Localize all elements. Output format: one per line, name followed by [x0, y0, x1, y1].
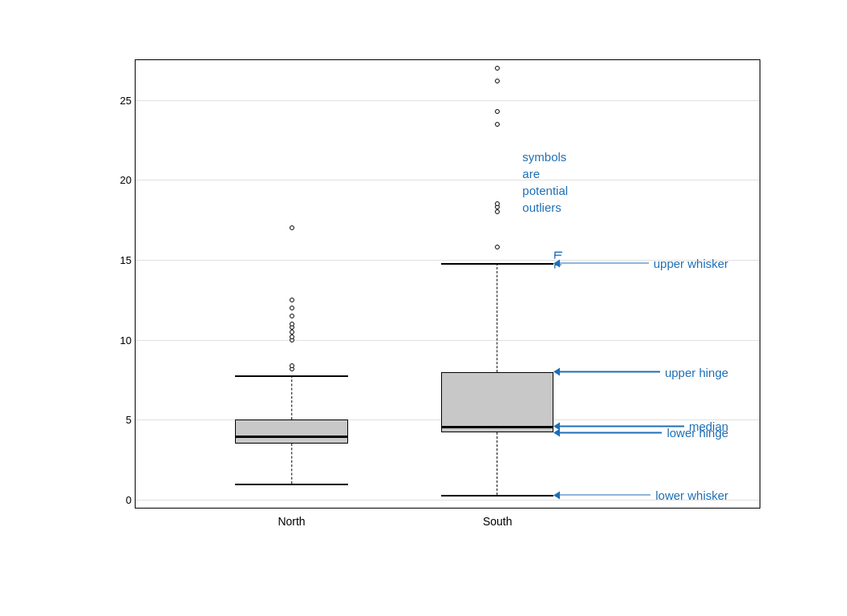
x-tick-label-south: South [483, 515, 513, 528]
outlier-dot [495, 66, 500, 71]
upper-whisker-cap [441, 263, 553, 265]
annotation-row: lower whisker [553, 488, 728, 502]
chart-container: 0510152025NorthSouthupper whiskerupper h… [22, 19, 825, 597]
median-line [441, 426, 553, 428]
annotation-arrow-line [560, 494, 650, 496]
lower-whisker-line [291, 444, 293, 484]
bracket-icon-low: ⌐ [553, 247, 562, 264]
outlier-dot [290, 330, 294, 334]
outlier-dot [495, 79, 500, 83]
upper-whisker-cap [235, 375, 347, 377]
grid-line [136, 100, 760, 101]
y-tick-label: 25 [120, 94, 132, 106]
arrowhead-icon [553, 368, 560, 376]
arrowhead-icon [553, 491, 560, 499]
y-tick-label: 5 [126, 414, 132, 426]
lower-whisker-line [496, 432, 498, 495]
y-tick-label: 0 [126, 494, 132, 506]
outlier-annotation: symbolsarepotentialoutliers [522, 148, 568, 216]
outlier-dot [290, 322, 294, 326]
outlier-dot [290, 314, 294, 318]
chart-area: 0510152025NorthSouthupper whiskerupper h… [79, 43, 768, 573]
arrowhead-icon [553, 428, 560, 436]
median-line [235, 436, 347, 438]
outlier-dot [495, 122, 500, 127]
outlier-dot [290, 225, 294, 230]
outlier-dot [495, 109, 500, 114]
outlier-dot [290, 363, 294, 368]
annotation-row: upper hinge [553, 365, 728, 379]
annotation-arrow-line [560, 262, 648, 264]
y-tick-label: 20 [120, 174, 132, 186]
upper-whisker-line [291, 375, 293, 420]
iqr-box [235, 419, 347, 444]
annotation-arrow-line [560, 371, 660, 373]
outlier-dot [495, 209, 500, 214]
outlier-dot [290, 306, 294, 310]
outlier-dot [495, 201, 500, 206]
grid-line [136, 180, 760, 180]
lower-whisker-cap [235, 484, 347, 485]
upper-whisker-line [496, 263, 498, 372]
annotation-row: upper whisker [553, 257, 728, 270]
grid-line [136, 340, 760, 341]
y-tick-label: 10 [120, 334, 132, 346]
annotation-label: upper whisker [654, 257, 728, 270]
iqr-box [441, 372, 553, 433]
lower-whisker-cap [441, 495, 553, 496]
annotation-label: lower whisker [655, 488, 728, 502]
x-tick-label-north: North [278, 515, 305, 528]
plot-area: 0510152025NorthSouthupper whiskerupper h… [135, 59, 760, 509]
annotation-label: lower hinge [667, 426, 728, 440]
annotation-label: upper hinge [665, 365, 728, 379]
annotation-row: lower hinge [553, 426, 728, 440]
outlier-dot [495, 245, 500, 249]
y-tick-label: 15 [120, 254, 132, 266]
outlier-dot [290, 298, 294, 302]
outlier-dot [290, 334, 294, 339]
annotation-arrow-line [560, 432, 662, 434]
